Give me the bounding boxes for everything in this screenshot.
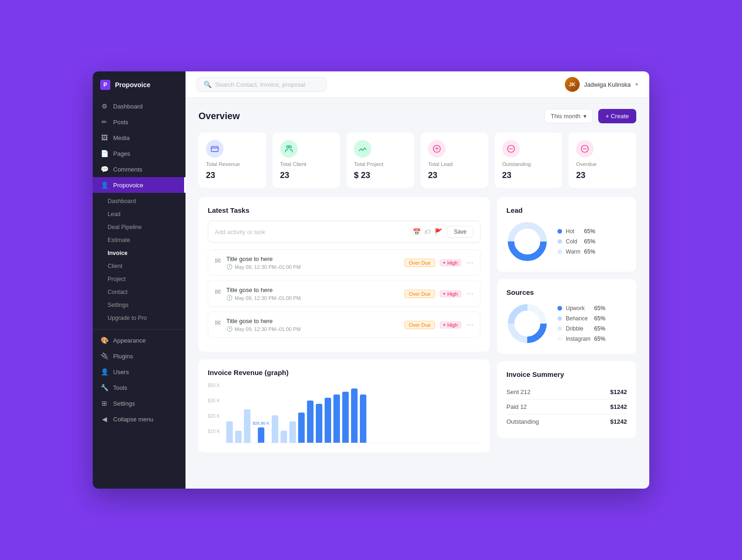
bar (298, 413, 305, 443)
bar-group (360, 395, 366, 443)
sidebar-item-propovoice[interactable]: 👤 Propovoice (93, 177, 186, 193)
sidebar-item-label: Plugins (113, 353, 133, 360)
sidebar-item-posts[interactable]: ✏ Posts (93, 114, 186, 130)
sidebar-item-appearance[interactable]: 🎨 Appearance (93, 332, 186, 348)
sidebar-item-label: Posts (113, 119, 128, 126)
sidebar-item-users[interactable]: 👤 Users (93, 364, 186, 380)
summary-value: $1242 (610, 388, 627, 395)
bar-group (351, 388, 358, 443)
task-left: ✉ Title gose to here 🕐 May 09, 12:30 PM–… (215, 255, 301, 270)
task-details: Title gose to here 🕐 May 09, 12:30 PM–01… (226, 286, 301, 301)
summary-row-sent: Sent 212 $1242 (506, 385, 627, 400)
task-right: Over Due High ⋯ (404, 258, 473, 267)
bar-group (226, 421, 233, 443)
task-left: ✉ Title gose to here 🕐 May 09, 12:30 PM–… (215, 286, 301, 301)
task-left: ✉ Title gose to here 🕐 May 09, 12:30 PM–… (215, 318, 301, 332)
legend-item-behance: Behance 65% (557, 315, 605, 322)
status-badge: Over Due (404, 259, 435, 267)
posts-icon: ✏ (100, 118, 109, 126)
sidebar-item-plugins[interactable]: 🔌 Plugins (93, 348, 186, 364)
bar (244, 409, 250, 443)
calendar-icon[interactable]: 📅 (413, 228, 421, 235)
settings-icon: ⊞ (100, 400, 109, 407)
priority-badge: High (440, 290, 461, 298)
behance-dot (557, 316, 562, 321)
legend-pct: 65% (594, 336, 605, 342)
legend-pct: 65% (584, 228, 595, 235)
lead-icon (428, 140, 446, 158)
more-icon[interactable]: ⋯ (466, 289, 473, 298)
sidebar-sub-project[interactable]: Project (93, 273, 186, 286)
save-button[interactable]: Save (447, 226, 473, 238)
more-icon[interactable]: ⋯ (466, 320, 473, 329)
sidebar-item-media[interactable]: 🖼 Media (93, 130, 186, 146)
bar (325, 398, 331, 443)
summary-label: Paid 12 (506, 403, 527, 410)
overdue-icon (576, 140, 594, 158)
sidebar-sub-lead[interactable]: Lead (93, 208, 186, 221)
main-content: 🔍 Search Contact, invoice, proposal JK J… (186, 71, 649, 489)
sidebar-item-label: Collapse menu (113, 416, 154, 423)
sidebar-item-tools[interactable]: 🔧 Tools (93, 380, 186, 395)
stat-label-lead: Total Lead (428, 161, 453, 167)
bar-tooltip: $26.80 K (253, 421, 269, 426)
sidebar-item-collapse[interactable]: ◀ Collapse menu (93, 411, 186, 427)
right-column: Lead (497, 197, 636, 452)
more-icon[interactable]: ⋯ (466, 258, 473, 267)
sidebar-sub-estimate[interactable]: Estimate (93, 234, 186, 247)
sidebar: P Propovoice ⚙ Dashboard ✏ Posts 🖼 Media… (93, 71, 186, 489)
sidebar-sub-dashboard[interactable]: Dashboard (93, 195, 186, 208)
sidebar-item-comments[interactable]: 💬 Comments (93, 161, 186, 177)
bar-group (281, 431, 287, 443)
legend-label: Upwork (566, 305, 590, 312)
stats-grid: Total Revenue 23 Total Client 23 Tot (198, 133, 636, 188)
sidebar-sub-contact[interactable]: Contact (93, 286, 186, 299)
legend-item-dribble: Dribble 65% (557, 325, 605, 332)
sidebar-item-pages[interactable]: 📄 Pages (93, 146, 186, 161)
task-input-placeholder[interactable]: Add activity or task (215, 229, 265, 235)
legend-item-hot: Hot 65% (557, 228, 595, 235)
summary-value: $1242 (610, 418, 627, 425)
bar (360, 395, 366, 443)
task-item: ✉ Title gose to here 🕐 May 09, 12:30 PM–… (208, 280, 480, 307)
logo-label: Propovoice (115, 81, 150, 89)
stat-value-revenue: 23 (206, 171, 215, 180)
sidebar-sub-invoice[interactable]: Invoice (93, 247, 186, 260)
task-time-text: May 09, 12:30 PM–01:00 PM (235, 295, 301, 301)
stat-value-client: 23 (280, 171, 289, 180)
sidebar-sub-deal[interactable]: Deal Pipeline (93, 221, 186, 234)
bar-group (272, 415, 278, 443)
plugins-icon: 🔌 (100, 352, 109, 360)
invoice-graph-card: Invoice Revenue (graph) $60 K $35 K $20 … (198, 359, 490, 452)
create-button[interactable]: + Create (598, 109, 636, 123)
task-input-icons: 📅 🏷 🚩 (413, 228, 442, 235)
search-icon: 🔍 (204, 81, 211, 88)
sidebar-sub-upgrade[interactable]: Upgrade to Pro (93, 312, 186, 325)
mail-icon: ✉ (215, 256, 221, 265)
lead-chart-title: Lead (506, 206, 627, 214)
month-picker[interactable]: This month ▾ (544, 109, 592, 123)
stat-value-lead: 23 (428, 171, 437, 180)
hot-dot (557, 229, 562, 234)
legend-item-instagram: Instagram 65% (557, 336, 605, 342)
status-badge: Over Due (404, 290, 435, 298)
sidebar-sub-client[interactable]: Client (93, 260, 186, 273)
user-info[interactable]: JK Jadwiga Kulinska ▾ (565, 77, 638, 92)
legend-pct: 65% (584, 238, 595, 245)
task-title: Title gose to here (226, 318, 301, 325)
sidebar-item-dashboard[interactable]: ⚙ Dashboard (93, 98, 186, 114)
sidebar-logo[interactable]: P Propovoice (93, 71, 186, 98)
task-details: Title gose to here 🕐 May 09, 12:30 PM–01… (226, 255, 301, 270)
tag-icon[interactable]: 🏷 (424, 228, 431, 235)
sidebar-item-settings[interactable]: ⊞ Settings (93, 395, 186, 411)
bar-group (342, 392, 349, 443)
graph-title: Invoice Revenue (graph) (208, 369, 480, 376)
stat-value-overdue: 23 (576, 171, 585, 180)
outstanding-icon (502, 140, 520, 158)
search-box[interactable]: 🔍 Search Contact, invoice, proposal (197, 77, 326, 92)
task-time: 🕐 May 09, 12:30 PM–01:00 PM (226, 264, 301, 270)
sidebar-sub-settings[interactable]: Settings (93, 299, 186, 312)
bar-highlighted (258, 427, 264, 443)
flag-icon[interactable]: 🚩 (435, 228, 442, 235)
legend-label: Dribble (566, 325, 590, 332)
